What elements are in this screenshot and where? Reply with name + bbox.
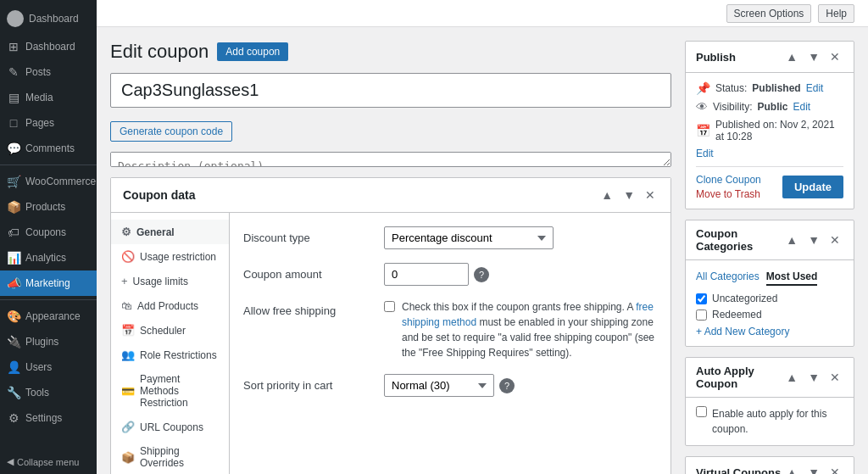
sort-priority-help-icon: ? xyxy=(499,378,515,393)
virtual-coupons-panel: Virtual Coupons ▲ ▼ ✕ Virtual coupons ar… xyxy=(685,456,854,474)
visibility-icon: 👁 xyxy=(696,100,708,114)
nav-scheduler-label: Scheduler xyxy=(140,325,186,337)
sidebar-item-dashboard[interactable]: ⊞ Dashboard xyxy=(0,34,97,59)
usage-limits-icon: + xyxy=(121,275,128,287)
nav-payment-methods-label: Payment Methods Restriction xyxy=(140,373,219,409)
sidebar-item-products[interactable]: 📦 Products xyxy=(0,194,97,220)
publish-close-btn[interactable]: ✕ xyxy=(826,48,843,65)
panel-close-btn[interactable]: ✕ xyxy=(642,187,659,204)
published-edit-link[interactable]: Edit xyxy=(696,148,843,159)
sidebar-divider-2 xyxy=(0,299,97,300)
sidebar-item-media[interactable]: ▤ Media xyxy=(0,85,97,110)
sidebar-label-comments: Comments xyxy=(25,142,75,154)
nav-url-coupons[interactable]: 🔗 URL Coupons xyxy=(111,415,229,439)
virtual-close-btn[interactable]: ✕ xyxy=(826,464,843,474)
sidebar-label-dashboard: Dashboard xyxy=(25,41,75,53)
products-icon: 📦 xyxy=(7,200,20,214)
free-shipping-checkbox[interactable] xyxy=(384,301,395,312)
update-button[interactable]: Update xyxy=(782,176,843,198)
clone-coupon-link[interactable]: Clone Coupon xyxy=(696,174,761,186)
redeemed-label: Redeemed xyxy=(712,309,762,321)
nav-add-products[interactable]: 🛍 Add Products xyxy=(111,293,229,318)
coupon-amount-input[interactable] xyxy=(384,263,469,286)
all-categories-tab[interactable]: All Categories xyxy=(696,269,760,286)
nav-role-restrictions[interactable]: 👥 Role Restrictions xyxy=(111,343,229,367)
sidebar-item-analytics[interactable]: 📊 Analytics xyxy=(0,245,97,270)
categories-close-btn[interactable]: ✕ xyxy=(826,231,843,248)
categories-down-btn[interactable]: ▼ xyxy=(804,231,823,248)
redeemed-checkbox[interactable] xyxy=(696,309,707,321)
free-shipping-text-before: Check this box if the coupon grants free… xyxy=(402,301,633,313)
wp-icon xyxy=(7,10,24,27)
nav-usage-restriction[interactable]: 🚫 Usage restriction xyxy=(111,244,229,269)
panel-up-btn[interactable]: ▲ xyxy=(598,187,616,204)
nav-payment-methods[interactable]: 💳 Payment Methods Restriction xyxy=(111,367,229,415)
shipping-overrides-icon: 📦 xyxy=(121,451,135,464)
sidebar-label-plugins: Plugins xyxy=(25,336,58,348)
free-shipping-inner: Check this box if the coupon grants free… xyxy=(384,299,657,360)
help-btn[interactable]: Help xyxy=(818,4,854,23)
publish-header: Publish ▲ ▼ ✕ xyxy=(686,42,854,73)
sidebar-item-settings[interactable]: ⚙ Settings xyxy=(0,405,97,431)
virtual-down-btn[interactable]: ▼ xyxy=(804,464,823,474)
coupon-categories-body: All Categories Most Used Uncategorized R… xyxy=(686,260,854,346)
sidebar-label-media: Media xyxy=(25,92,53,103)
sidebar-item-tools[interactable]: 🔧 Tools xyxy=(0,380,97,405)
move-to-trash-link[interactable]: Move to Trash xyxy=(696,188,761,200)
status-edit-link[interactable]: Edit xyxy=(806,82,824,94)
auto-apply-checkbox[interactable] xyxy=(696,406,707,417)
auto-apply-close-btn[interactable]: ✕ xyxy=(826,369,843,386)
category-uncategorized: Uncategorized xyxy=(696,293,843,304)
coupon-categories-title: Coupon Categories xyxy=(696,227,782,253)
auto-apply-label: Enable auto apply for this coupon. xyxy=(712,406,843,437)
virtual-up-btn[interactable]: ▲ xyxy=(782,464,801,474)
posts-icon: ✎ xyxy=(7,65,20,79)
sidebar-item-comments[interactable]: 💬 Comments xyxy=(0,136,97,161)
sidebar-item-marketing[interactable]: 📣 Marketing xyxy=(0,270,97,296)
publish-down-btn[interactable]: ▼ xyxy=(804,48,823,65)
visibility-edit-link[interactable]: Edit xyxy=(793,101,810,113)
sidebar-item-users[interactable]: 👤 Users xyxy=(0,354,97,380)
sidebar-item-plugins[interactable]: 🔌 Plugins xyxy=(0,329,97,354)
sidebar-logo: Dashboard xyxy=(0,0,97,34)
nav-scheduler[interactable]: 📅 Scheduler xyxy=(111,318,229,343)
add-coupon-button[interactable]: Add coupon xyxy=(217,42,288,61)
page-title-row: Edit coupon Add coupon xyxy=(110,41,671,63)
tools-icon: 🔧 xyxy=(7,386,20,399)
panel-down-btn[interactable]: ▼ xyxy=(620,187,638,204)
users-icon: 👤 xyxy=(7,360,20,374)
sidebar-item-appearance[interactable]: 🎨 Appearance xyxy=(0,304,97,329)
add-new-category-link[interactable]: + Add New Category xyxy=(696,326,843,337)
uncategorized-checkbox[interactable] xyxy=(696,293,707,304)
sidebar-item-coupons[interactable]: 🏷 Coupons xyxy=(0,220,97,245)
sidebar-item-woocommerce[interactable]: 🛒 WooCommerce xyxy=(0,169,97,194)
auto-apply-up-btn[interactable]: ▲ xyxy=(782,369,801,386)
collapse-menu-btn[interactable]: ◀ Collapse menu xyxy=(0,449,97,474)
nav-usage-limits[interactable]: + Usage limits xyxy=(111,269,229,293)
discount-type-select[interactable]: Percentage discount Fixed cart discount … xyxy=(384,226,554,249)
coupon-name-input[interactable] xyxy=(110,73,671,108)
publish-panel: Publish ▲ ▼ ✕ 📌 Status: Published Edit xyxy=(685,41,854,209)
categories-up-btn[interactable]: ▲ xyxy=(782,231,801,248)
description-textarea[interactable] xyxy=(110,152,671,167)
generate-btn-row: Generate coupon code xyxy=(110,118,671,142)
panel-controls: ▲ ▼ ✕ xyxy=(598,187,659,204)
sort-priority-select[interactable]: Normal (30) High (10) Low (50) xyxy=(384,374,494,397)
publish-up-btn[interactable]: ▲ xyxy=(782,48,801,65)
screen-options-btn[interactable]: Screen Options xyxy=(726,4,812,23)
sidebar-item-posts[interactable]: ✎ Posts xyxy=(0,59,97,85)
calendar-icon: 📅 xyxy=(696,124,710,137)
auto-apply-header: Auto Apply Coupon ▲ ▼ ✕ xyxy=(686,358,854,398)
add-products-icon: 🛍 xyxy=(121,299,132,312)
most-used-tab[interactable]: Most Used xyxy=(766,269,818,286)
sidebar-item-pages[interactable]: □ Pages xyxy=(0,110,97,136)
nav-shipping-overrides[interactable]: 📦 Shipping Overrides xyxy=(111,439,229,474)
nav-general[interactable]: ⚙ General xyxy=(111,220,229,244)
coupon-amount-control: ? xyxy=(384,263,657,286)
sidebar-label-posts: Posts xyxy=(25,66,51,78)
publish-body: 📌 Status: Published Edit 👁 Visibility: P… xyxy=(686,73,854,209)
generate-coupon-btn[interactable]: Generate coupon code xyxy=(110,121,232,142)
auto-apply-down-btn[interactable]: ▼ xyxy=(804,369,823,386)
virtual-coupons-header: Virtual Coupons ▲ ▼ ✕ xyxy=(686,457,854,474)
right-column: Publish ▲ ▼ ✕ 📌 Status: Published Edit xyxy=(685,41,854,460)
